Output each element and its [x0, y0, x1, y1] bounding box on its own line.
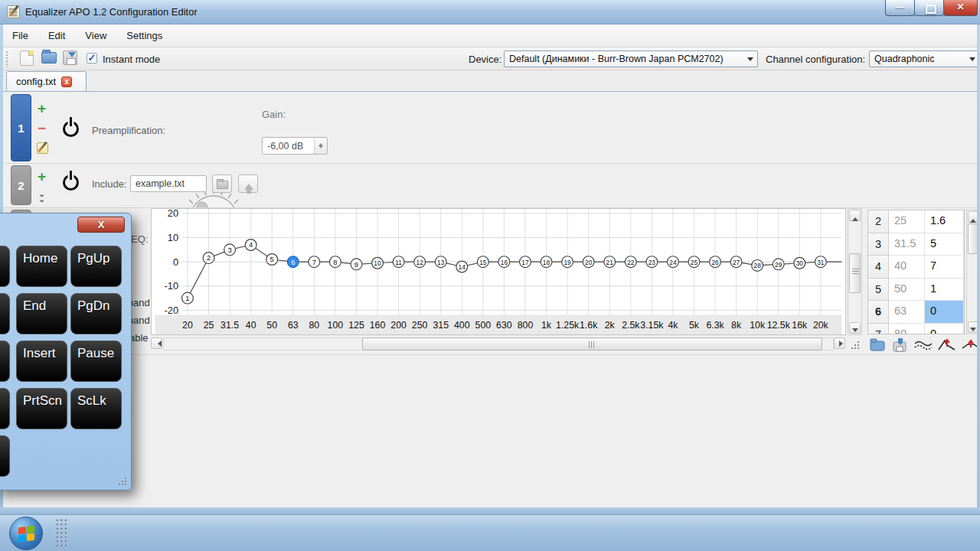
menu-item-settings[interactable]: Settings: [126, 30, 162, 41]
keyboard-close-button[interactable]: X: [77, 217, 125, 233]
svg-text:28: 28: [754, 262, 762, 269]
table-row[interactable]: 4407: [868, 256, 964, 279]
menu-item-edit[interactable]: Edit: [48, 30, 65, 41]
device-label: Device:: [469, 54, 501, 65]
channel-config-dropdown[interactable]: Quadraphonic: [869, 51, 980, 67]
minimize-button[interactable]: —: [885, 0, 915, 16]
power-toggle-icon[interactable]: [63, 121, 79, 137]
device-dropdown[interactable]: Default (Динамики - Burr-Brown Japan PCM…: [504, 51, 758, 67]
keyboard-key-partial[interactable]: [0, 341, 10, 382]
table-row[interactable]: 6630: [868, 301, 964, 324]
keyboard-key-pause[interactable]: Pause: [70, 341, 122, 382]
row-header[interactable]: 6: [868, 301, 889, 324]
keyboard-key-partial[interactable]: [0, 293, 10, 334]
maximize-button[interactable]: [914, 0, 944, 16]
keyboard-key-end[interactable]: End: [16, 293, 67, 334]
row-header[interactable]: 5: [868, 279, 889, 302]
keyboard-key-home[interactable]: Home: [16, 246, 67, 287]
open-file-icon[interactable]: [41, 52, 57, 64]
import-response-icon[interactable]: [870, 337, 887, 353]
frequency-cell[interactable]: 31.5: [889, 233, 925, 256]
frequency-cell[interactable]: 25: [889, 210, 925, 233]
keyboard-key-pgdn[interactable]: PgDn: [70, 293, 122, 334]
resize-grip[interactable]: [848, 338, 861, 350]
resize-grip[interactable]: [116, 474, 128, 487]
tab-config-txt[interactable]: config.txt x: [6, 71, 87, 91]
scroll-up-button[interactable]: [849, 210, 861, 221]
frequency-cell[interactable]: 63: [889, 301, 925, 324]
scrollbar-thumb[interactable]: [362, 337, 822, 350]
keyboard-key-partial[interactable]: [0, 435, 10, 477]
spinner-arrows-icon[interactable]: [314, 138, 327, 154]
titlebar[interactable]: Equalizer APO 1.2 Configuration Editor —…: [0, 0, 980, 24]
keyboard-key-partial[interactable]: [0, 388, 10, 429]
edit-filter-icon[interactable]: [37, 142, 48, 154]
frequency-cell[interactable]: 40: [889, 256, 925, 279]
browse-file-button[interactable]: [212, 174, 232, 193]
gain-cell[interactable]: 1.6: [925, 210, 964, 233]
svg-text:20k: 20k: [813, 320, 829, 331]
remove-filter-icon[interactable]: −: [38, 122, 46, 135]
svg-text:8: 8: [333, 259, 337, 266]
keyboard-key-partial[interactable]: [0, 246, 10, 287]
chart-vertical-scrollbar[interactable]: [848, 208, 862, 335]
onscreen-keyboard-window[interactable]: X HomePgUpEndPgDnInsertPausePrtScnScLk: [0, 213, 132, 491]
keyboard-key-insert[interactable]: Insert: [16, 341, 67, 382]
filter-row-number[interactable]: 2: [11, 165, 31, 205]
keyboard-key-sclk[interactable]: ScLk: [70, 388, 122, 429]
frequency-cell[interactable]: 50: [889, 279, 925, 302]
add-filter-icon[interactable]: +: [38, 103, 46, 115]
gain-spinner[interactable]: -6,00 dB: [262, 137, 328, 155]
toolbar-grip[interactable]: [5, 51, 9, 67]
filter-row-number[interactable]: 1: [11, 94, 31, 161]
device-value: Default (Динамики - Burr-Brown Japan PCM…: [509, 54, 724, 64]
keyboard-key-pgup[interactable]: PgUp: [70, 246, 122, 287]
table-row[interactable]: 2251.6: [868, 210, 964, 233]
table-row[interactable]: 5501: [868, 279, 964, 302]
power-toggle-icon[interactable]: [63, 174, 79, 191]
open-include-button[interactable]: [238, 174, 258, 193]
gain-cell[interactable]: 5: [925, 233, 964, 256]
channel-config-value: Quadraphonic: [874, 54, 935, 64]
menu-item-file[interactable]: File: [12, 30, 28, 41]
invert-response-icon[interactable]: [938, 337, 956, 353]
windows-logo-icon: [18, 526, 34, 542]
gain-cell[interactable]: 0: [925, 301, 964, 324]
svg-text:40: 40: [246, 320, 256, 331]
smooth-response-icon[interactable]: [914, 337, 933, 353]
row-header[interactable]: 3: [868, 233, 889, 256]
export-response-icon[interactable]: [892, 337, 909, 353]
close-button[interactable]: ✕: [943, 0, 978, 16]
save-file-icon[interactable]: [63, 51, 77, 65]
instant-mode-checkbox[interactable]: ✓: [87, 53, 97, 64]
table-row[interactable]: 7800: [868, 324, 964, 335]
add-filter-icon[interactable]: +: [38, 171, 46, 183]
gain-cell[interactable]: 0: [925, 324, 964, 335]
new-file-icon[interactable]: [20, 51, 34, 66]
window-border-right: [977, 24, 980, 508]
taskbar-grip[interactable]: [55, 518, 67, 549]
eq-band-table[interactable]: 2251.6331.554407550166307800: [867, 210, 965, 334]
start-button[interactable]: [9, 517, 43, 550]
table-row[interactable]: 331.55: [868, 233, 964, 256]
collapse-chevrons-icon[interactable]: ⌄⌄: [38, 191, 44, 202]
menu-item-view[interactable]: View: [85, 30, 106, 41]
gain-cell[interactable]: 7: [925, 256, 964, 279]
scroll-left-button[interactable]: [151, 337, 162, 349]
scroll-down-button[interactable]: [849, 322, 861, 334]
frequency-cell[interactable]: 80: [889, 324, 925, 335]
tab-close-icon[interactable]: x: [61, 77, 72, 87]
scrollbar-thumb[interactable]: [849, 253, 861, 293]
row-header[interactable]: 2: [868, 210, 889, 233]
keyboard-key-prtscn[interactable]: PrtScn: [16, 388, 67, 429]
window-title: Equalizer APO 1.2 Configuration Editor: [25, 6, 198, 18]
include-file-input[interactable]: example.txt: [130, 175, 207, 192]
eq-response-chart[interactable]: 202531.540506380100125160200250315400500…: [151, 208, 846, 335]
svg-text:9: 9: [354, 261, 358, 269]
row-header[interactable]: 4: [868, 256, 889, 279]
gain-cell[interactable]: 1: [925, 279, 964, 302]
row-header[interactable]: 7: [868, 324, 889, 335]
svg-text:630: 630: [496, 320, 512, 331]
scroll-right-button[interactable]: [834, 337, 845, 349]
svg-text:800: 800: [518, 320, 534, 331]
